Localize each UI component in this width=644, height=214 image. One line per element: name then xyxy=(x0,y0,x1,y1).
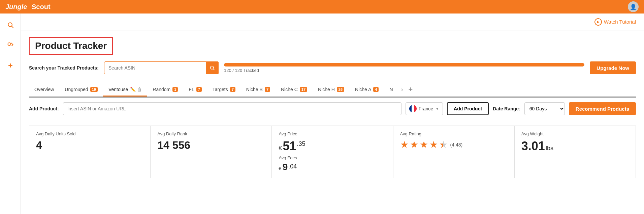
page-title: Product Tracker xyxy=(35,41,107,51)
main-layout: ▶ Watch Tutorial Product Tracker Search … xyxy=(0,14,644,214)
weight-unit: lbs xyxy=(546,145,553,152)
tab-fl[interactable]: FL 7 xyxy=(183,83,207,97)
tab-ventouse-label: Ventouse xyxy=(108,87,128,92)
tab-niche-b-label: Niche B xyxy=(246,87,263,92)
tab-fl-label: FL xyxy=(189,87,194,92)
key-sidebar-icon[interactable] xyxy=(4,39,17,51)
tab-ungrouped[interactable]: Ungrouped 19 xyxy=(59,83,103,97)
star-2: ★ xyxy=(410,139,418,150)
fees-decimal: .04 xyxy=(288,163,297,170)
avatar[interactable]: 👤 xyxy=(628,1,639,12)
stat-units-value: 4 xyxy=(36,139,143,152)
stat-rank-value: 14 556 xyxy=(157,139,265,152)
star-half: ★ ★ xyxy=(439,139,448,150)
recommend-products-button[interactable]: Recommend Products xyxy=(569,102,636,115)
star-4: ★ xyxy=(429,139,438,150)
rating-count: (4.48) xyxy=(450,142,463,148)
tab-niche-b[interactable]: Niche B 7 xyxy=(241,83,276,97)
stat-card-weight: Avg Weight 3.01 lbs xyxy=(515,126,636,178)
tab-random[interactable]: Random 1 xyxy=(147,83,183,97)
tab-niche-a[interactable]: Niche A 4 xyxy=(350,83,384,97)
stat-weight-value: 3.01 lbs xyxy=(521,139,629,153)
tab-niche-c[interactable]: Niche C 17 xyxy=(276,83,313,97)
star-1: ★ xyxy=(400,139,409,150)
france-flag xyxy=(409,105,417,112)
logo-scout: Scout xyxy=(32,3,51,11)
country-label: France xyxy=(419,106,433,111)
tab-niche-c-label: Niche C xyxy=(281,87,298,92)
play-icon: ▶ xyxy=(594,18,602,26)
upgrade-now-button[interactable]: Upgrade Now xyxy=(590,61,636,74)
stat-fees-value: € 9 .04 xyxy=(279,162,386,172)
flag-blue xyxy=(409,105,412,112)
chevron-down-icon: ▼ xyxy=(435,106,439,111)
tab-niche-c-badge: 17 xyxy=(300,87,307,92)
tab-random-label: Random xyxy=(153,87,170,92)
tab-ungrouped-badge: 19 xyxy=(90,87,98,92)
svg-point-5 xyxy=(211,66,214,69)
tab-targets[interactable]: Targets 7 xyxy=(207,83,241,97)
logo-jungle: Jungle xyxy=(5,3,27,11)
tab-n[interactable]: N xyxy=(384,83,398,97)
search-input-wrap xyxy=(104,61,219,74)
star-3: ★ xyxy=(420,139,428,150)
trash-icon[interactable]: 🗑 xyxy=(137,87,142,92)
svg-point-0 xyxy=(8,23,12,27)
logo: Jungle Scout xyxy=(5,3,51,11)
stat-card-daily-rank: Avg Daily Rank 14 556 xyxy=(151,126,272,178)
tab-overview-label: Overview xyxy=(34,87,54,92)
tab-random-badge: 1 xyxy=(172,87,178,92)
stat-price-label: Avg Price xyxy=(279,131,386,136)
content-inner: Product Tracker Search your Tracked Prod… xyxy=(21,30,644,185)
stat-card-units-sold: Avg Daily Units Sold 4 xyxy=(29,126,151,178)
tab-niche-a-label: Niche A xyxy=(355,87,371,92)
stat-fees-label: Avg Fees xyxy=(279,155,386,160)
stars-row: ★ ★ ★ ★ ★ ★ (4.48) xyxy=(400,139,508,150)
tab-n-label: N xyxy=(389,87,393,92)
tab-ventouse[interactable]: Ventouse ✏️ 🗑 xyxy=(103,83,147,97)
search-input[interactable] xyxy=(104,61,219,74)
stat-price-value: € 51 .35 xyxy=(279,139,386,153)
svg-line-6 xyxy=(213,69,215,70)
page-title-box: Product Tracker xyxy=(29,37,113,55)
add-product-row: Add Product: France ▼ Add Product Date R… xyxy=(29,98,636,120)
edit-icon[interactable]: ✏️ xyxy=(130,87,136,92)
flag-white xyxy=(412,105,414,112)
add-product-button[interactable]: Add Product xyxy=(447,102,489,115)
progress-label: 120 / 120 Tracked xyxy=(224,68,584,73)
search-button[interactable] xyxy=(206,61,219,74)
tab-niche-a-badge: 4 xyxy=(373,87,379,92)
date-range-select[interactable]: 60 Days 7 Days 14 Days 30 Days 90 Days xyxy=(524,102,565,115)
tutorial-bar: ▶ Watch Tutorial xyxy=(21,14,644,30)
tabs-row: Overview Ungrouped 19 Ventouse ✏️ 🗑 Rand… xyxy=(29,82,636,98)
tab-ventouse-icons: ✏️ 🗑 xyxy=(130,87,142,92)
tab-add-button[interactable]: + xyxy=(406,82,416,97)
add-product-label: Add Product: xyxy=(29,106,59,111)
date-range-label: Date Range: xyxy=(493,106,520,111)
tab-overview[interactable]: Overview xyxy=(29,83,59,97)
country-select[interactable]: France ▼ xyxy=(406,102,443,115)
progress-bar-fill xyxy=(224,63,584,66)
price-currency-symbol: € xyxy=(279,145,282,152)
search-label: Search your Tracked Products: xyxy=(29,65,99,71)
plus-sidebar-icon[interactable] xyxy=(4,59,17,72)
progress-area: 120 / 120 Tracked xyxy=(224,63,584,73)
tab-next-button[interactable]: › xyxy=(398,83,406,96)
tab-niche-h-label: Niche H xyxy=(318,87,335,92)
watch-tutorial-button[interactable]: ▶ Watch Tutorial xyxy=(594,18,636,26)
tab-fl-badge: 7 xyxy=(196,87,202,92)
top-nav: Jungle Scout 👤 xyxy=(0,0,644,14)
stat-weight-label: Avg Weight xyxy=(521,131,629,136)
search-row: Search your Tracked Products: 120 / 120 … xyxy=(29,61,636,74)
search-sidebar-icon[interactable] xyxy=(4,19,17,31)
weight-value: 3.01 xyxy=(521,139,545,153)
watch-tutorial-label: Watch Tutorial xyxy=(604,19,636,25)
sidebar xyxy=(0,14,21,214)
progress-bar-background xyxy=(224,63,584,66)
price-main: 51 xyxy=(283,139,296,153)
stat-card-price: Avg Price € 51 .35 Avg Fees € 9 .04 xyxy=(272,126,393,178)
tab-targets-label: Targets xyxy=(213,87,228,92)
asin-input[interactable] xyxy=(63,102,401,115)
price-decimal: .35 xyxy=(297,140,305,148)
tab-niche-h[interactable]: Niche H 26 xyxy=(313,83,350,97)
